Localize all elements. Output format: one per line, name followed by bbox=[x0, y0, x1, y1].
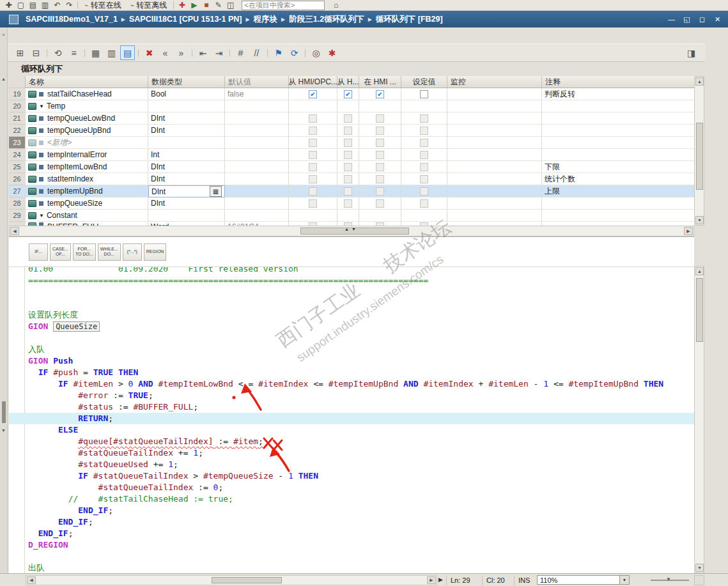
scl-code-editor[interactable]: IF...CASE... OF...FOR... TO DO...WHILE..… bbox=[9, 236, 694, 573]
comment-cell[interactable]: 统计个数 bbox=[542, 173, 694, 185]
code-line[interactable]: 01.00 01.09.2020 First released version bbox=[9, 267, 694, 275]
default-value-cell[interactable] bbox=[225, 210, 289, 222]
reset-start-values-icon[interactable]: ⟲ bbox=[50, 45, 65, 60]
code-snippet-tab[interactable]: (*...*) bbox=[123, 243, 142, 261]
project-library-icon[interactable]: ⌂ bbox=[330, 1, 342, 10]
add-row-icon[interactable]: ⊟ bbox=[29, 45, 43, 60]
default-value-cell[interactable] bbox=[225, 161, 289, 173]
monitor-icon[interactable]: ◎ bbox=[309, 45, 323, 60]
favorites-icon[interactable]: ⚑ bbox=[271, 45, 286, 60]
code-line[interactable]: 入队 bbox=[9, 344, 694, 355]
indent-icon[interactable]: ⇥ bbox=[212, 45, 226, 60]
code-vscrollbar[interactable]: ▲ ▼ bbox=[694, 266, 704, 573]
strip-scroll-down-icon[interactable]: ▼ bbox=[1, 428, 6, 433]
code-line[interactable]: #statQueueTailIndex += 1; bbox=[9, 447, 694, 459]
default-value-cell[interactable] bbox=[225, 125, 289, 137]
code-line[interactable]: IF #itemLen > 0 AND #tempItemLowBnd < = … bbox=[9, 378, 694, 390]
split-editor-icon[interactable]: ◫ bbox=[224, 1, 236, 10]
code-line[interactable] bbox=[9, 286, 694, 298]
start-cpu-icon[interactable]: ▶ bbox=[188, 1, 200, 10]
scroll-thumb[interactable] bbox=[696, 123, 703, 190]
table-row[interactable]: 19statTailChaseHeadBoolfalse判断反转 bbox=[9, 88, 694, 100]
column-header[interactable]: 在 HMI ... bbox=[359, 76, 401, 88]
comment-cell[interactable] bbox=[542, 125, 694, 137]
default-value-cell[interactable] bbox=[225, 137, 289, 149]
strip-scroll-up-icon[interactable]: ▲ bbox=[1, 77, 6, 81]
name-cell[interactable]: tempQueueUpBnd bbox=[26, 125, 148, 137]
scroll-thumb[interactable] bbox=[212, 577, 282, 583]
code-line[interactable]: END_IF; bbox=[9, 516, 694, 528]
code-line[interactable] bbox=[9, 298, 694, 309]
update-block-calls-icon[interactable]: ⟳ bbox=[287, 45, 302, 60]
datatype-cell[interactable] bbox=[148, 210, 225, 222]
datatype-cell[interactable]: DInt bbox=[148, 197, 225, 210]
name-cell[interactable]: ▼Temp bbox=[26, 100, 148, 112]
previous-error-icon[interactable]: « bbox=[158, 45, 173, 60]
next-error-icon[interactable]: » bbox=[174, 45, 189, 60]
datatype-cell[interactable]: DInt bbox=[148, 125, 225, 137]
column-header[interactable]: 注释 bbox=[542, 76, 694, 88]
default-value-cell[interactable] bbox=[225, 112, 289, 125]
name-cell[interactable]: tempInternalError bbox=[26, 149, 148, 161]
close-button[interactable]: ✕ bbox=[711, 14, 724, 24]
comment-cell[interactable] bbox=[542, 149, 694, 161]
default-value-cell[interactable] bbox=[225, 173, 289, 185]
comment-cell[interactable] bbox=[542, 210, 694, 222]
table-row[interactable]: 22tempQueueUpBndDInt bbox=[9, 125, 694, 137]
name-cell[interactable]: tempItemLowBnd bbox=[26, 161, 148, 173]
code-line[interactable] bbox=[9, 551, 694, 562]
datatype-cell[interactable]: DInt bbox=[148, 173, 225, 185]
scroll-up-button[interactable]: ▲ bbox=[695, 267, 704, 275]
scroll-thumb[interactable] bbox=[696, 278, 703, 342]
code-line[interactable]: #statQueueUsed += 1; bbox=[9, 459, 694, 470]
code-line[interactable]: RETURN; bbox=[9, 413, 694, 424]
name-cell[interactable]: tempQueueSize bbox=[26, 197, 148, 210]
split-view-buttons[interactable]: ▲▼ bbox=[345, 227, 359, 231]
code-snippet-tab[interactable]: IF... bbox=[29, 243, 48, 261]
scroll-right-button[interactable]: ▶ bbox=[427, 576, 436, 584]
comment-cell[interactable]: 下限 bbox=[542, 161, 694, 173]
project-search-input[interactable] bbox=[242, 1, 325, 10]
zoom-select[interactable]: 110% ▼ bbox=[537, 575, 630, 585]
section-collapse-icon[interactable]: ▼ bbox=[39, 104, 44, 109]
code-line[interactable]: GION Push bbox=[9, 355, 694, 367]
column-header[interactable]: 数据类型 bbox=[148, 76, 225, 88]
code-line[interactable] bbox=[9, 332, 694, 344]
name-cell[interactable]: tempItemUpBnd bbox=[26, 185, 148, 197]
table-row[interactable]: 25tempItemLowBndDInt下限 bbox=[9, 161, 694, 173]
table-row[interactable]: 23<新增> bbox=[9, 137, 694, 149]
breadcrumb-item[interactable]: SAPCIII18Demo1_V17_1 bbox=[26, 15, 118, 24]
code-line[interactable]: GION QueueSize bbox=[9, 321, 694, 332]
table-row[interactable]: 20▼Temp bbox=[9, 100, 694, 112]
scroll-left-button[interactable]: ◀ bbox=[10, 227, 19, 235]
table-row[interactable]: 24tempInternalErrorInt bbox=[9, 149, 694, 161]
zoom-slider[interactable]: ▼ bbox=[651, 580, 689, 581]
code-snippet-tab[interactable]: REGION bbox=[144, 243, 167, 261]
new-project-icon[interactable]: ✚ bbox=[3, 1, 15, 10]
code-line[interactable]: ========================================… bbox=[9, 275, 694, 286]
reset-error-icon[interactable]: ✖ bbox=[142, 45, 157, 60]
breadcrumb-item[interactable]: 程序块 bbox=[254, 14, 278, 25]
name-cell[interactable]: statItemIndex bbox=[26, 173, 148, 185]
breadcrumb-item[interactable]: 循环队列下 [FB29] bbox=[376, 14, 443, 25]
datatype-cell[interactable]: Int bbox=[148, 149, 225, 161]
online-diagnostics-icon[interactable]: ✚ bbox=[176, 1, 188, 10]
outdent-icon[interactable]: ⇤ bbox=[196, 45, 210, 60]
table-row[interactable]: 29▼Constant bbox=[9, 210, 694, 222]
settings-icon[interactable]: ✱ bbox=[325, 45, 339, 60]
code-body[interactable]: 01.00 01.09.2020 First released version=… bbox=[9, 267, 694, 573]
default-value-cell[interactable] bbox=[225, 149, 289, 161]
restore-button[interactable]: ◱ bbox=[680, 14, 693, 24]
expand-interface-icon[interactable]: ≡ bbox=[66, 45, 81, 60]
comment-cell[interactable]: 判断反转 bbox=[542, 88, 694, 100]
datatype-cell[interactable]: Bool bbox=[148, 88, 225, 100]
name-cell[interactable]: tempQueueLowBnd bbox=[26, 112, 148, 125]
section-collapse-icon[interactable]: ▼ bbox=[39, 213, 44, 219]
task-card-toggle-icon[interactable]: ◨ bbox=[684, 45, 699, 60]
code-hscrollbar[interactable]: ◀ ▶ bbox=[26, 575, 437, 585]
checkbox[interactable] bbox=[309, 90, 317, 98]
maximize-button[interactable]: ◻ bbox=[695, 14, 709, 24]
go-online-button[interactable]: ⌁ 转至在线 bbox=[80, 0, 126, 11]
comment-toggle-icon[interactable]: // bbox=[249, 45, 264, 60]
code-line[interactable]: #status := #BUFFER_FULL; bbox=[9, 401, 694, 413]
